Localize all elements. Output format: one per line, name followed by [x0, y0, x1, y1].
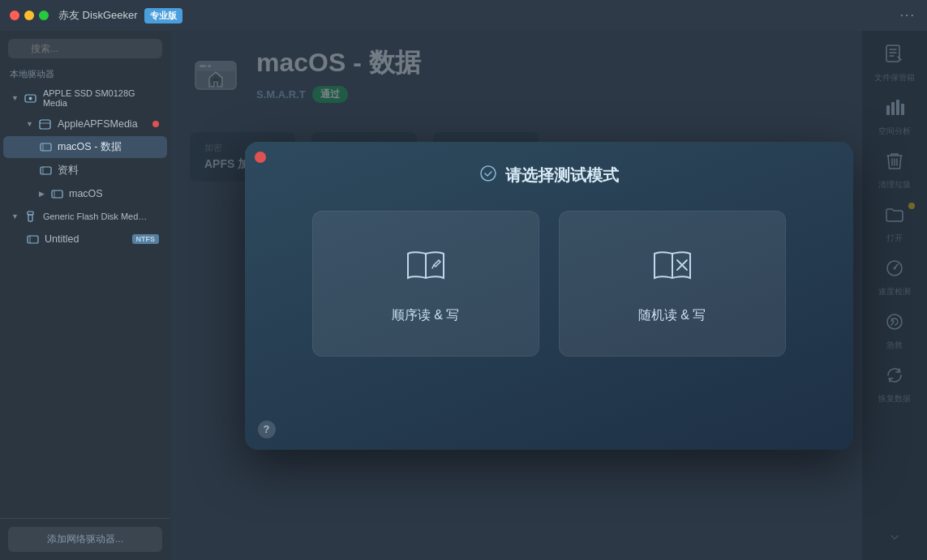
sequential-label: 顺序读 & 写 — [392, 307, 460, 324]
maximize-button[interactable] — [39, 11, 49, 20]
random-label: 随机读 & 写 — [638, 307, 706, 324]
pro-badge: 专业版 — [144, 8, 182, 24]
sidebar-item-ziliao[interactable]: 资料 — [3, 160, 167, 182]
sidebar-item-text: 资料 — [58, 164, 159, 177]
titlebar-more[interactable]: ··· — [900, 8, 916, 23]
sidebar-item-text: macOS — [69, 188, 159, 199]
search-input[interactable] — [8, 39, 162, 58]
sidebar-item-text: Untitled — [45, 233, 127, 245]
sidebar-item-text: APPLE SSD SM0128G Media — [43, 88, 159, 108]
sidebar-item-text: macOS - 数据 — [58, 140, 159, 154]
volume-icon — [26, 233, 39, 246]
titlebar: 赤友 DiskGeeker 专业版 ··· — [0, 0, 927, 31]
svg-rect-11 — [28, 215, 32, 221]
status-dot-red — [152, 121, 159, 127]
right-panel: macOS - 数据 S.M.A.R.T 通过 加密 APFS 加密 容量 67… — [170, 31, 927, 560]
chevron-right-icon: ▶ — [39, 190, 45, 198]
svg-rect-4 — [41, 143, 51, 151]
svg-point-1 — [29, 96, 32, 100]
close-button[interactable] — [10, 11, 19, 20]
sidebar-item-flash-disk[interactable]: ▼ Generic Flash Disk Med… — [3, 206, 167, 227]
sidebar-item-text: Generic Flash Disk Med… — [43, 212, 159, 221]
add-network-button[interactable]: 添加网络驱动器... — [8, 527, 162, 552]
svg-rect-10 — [28, 212, 33, 215]
svg-rect-2 — [40, 120, 50, 129]
sidebar-item-macos[interactable]: ▶ macOS — [3, 183, 167, 204]
svg-point-30 — [481, 166, 496, 181]
main-layout: 🔍 本地驱动器 ▼ APPLE SSD SM0128G Media ▼ Appl… — [0, 31, 927, 560]
sidebar-footer: 添加网络驱动器... — [0, 518, 170, 560]
sequential-icon — [403, 242, 448, 294]
modal: 请选择测试模式 — [245, 142, 853, 450]
chevron-icon: ▼ — [11, 212, 19, 220]
modal-options: 顺序读 & 写 随机读 & — [245, 203, 853, 389]
sidebar-item-untitled[interactable]: Untitled NTFS — [3, 229, 167, 250]
modal-overlay: 请选择测试模式 — [170, 31, 927, 560]
sidebar: 🔍 本地驱动器 ▼ APPLE SSD SM0128G Media ▼ Appl… — [0, 31, 170, 560]
app-title: 赤友 DiskGeeker — [58, 8, 138, 23]
sidebar-item-apple-ssd[interactable]: ▼ APPLE SSD SM0128G Media — [3, 84, 167, 112]
mode-sequential-card[interactable]: 顺序读 & 写 — [312, 211, 539, 357]
sidebar-item-macos-data[interactable]: macOS - 数据 — [3, 136, 167, 158]
chevron-icon: ▼ — [26, 120, 33, 128]
disk-icon — [24, 92, 37, 105]
traffic-lights — [10, 11, 49, 20]
svg-rect-8 — [52, 190, 62, 198]
volume-icon — [50, 187, 63, 200]
help-button[interactable]: ? — [258, 421, 276, 438]
modal-header: 请选择测试模式 — [245, 142, 853, 203]
volume-icon — [39, 141, 52, 154]
sidebar-item-text: AppleAPFSMedia — [58, 118, 147, 130]
mode-random-card[interactable]: 随机读 & 写 — [559, 211, 786, 357]
modal-close-button[interactable] — [255, 152, 266, 163]
sidebar-item-appleapfs[interactable]: ▼ AppleAPFSMedia — [3, 113, 167, 135]
usb-icon — [24, 210, 37, 223]
svg-rect-13 — [28, 236, 38, 243]
modal-title: 请选择测试模式 — [505, 165, 619, 186]
volume-icon — [39, 165, 52, 177]
minimize-button[interactable] — [24, 11, 34, 20]
apfs-icon — [39, 118, 52, 130]
modal-title-icon — [479, 165, 497, 186]
random-icon — [650, 242, 695, 294]
svg-line-32 — [432, 265, 434, 268]
chevron-icon: ▼ — [11, 94, 19, 102]
local-drives-label: 本地驱动器 — [0, 65, 170, 83]
svg-rect-6 — [41, 167, 51, 174]
search-bar: 🔍 — [0, 31, 170, 65]
ntfs-badge: NTFS — [132, 234, 160, 244]
